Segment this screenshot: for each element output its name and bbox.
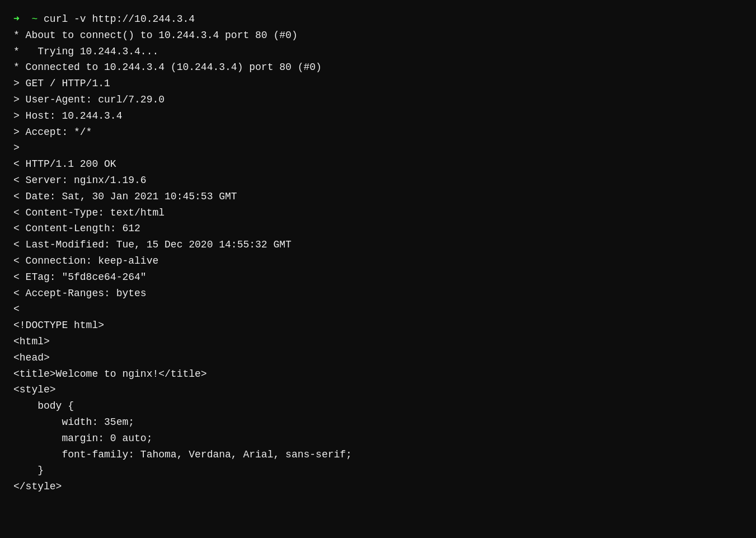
terminal-line: } <box>13 462 743 479</box>
terminal-line: <head> <box>13 350 743 366</box>
terminal-line: < Connection: keep-alive <box>13 253 743 269</box>
terminal-window: ➜ ~ curl -v http://10.244.3.4* About to … <box>13 11 743 527</box>
terminal-line: < Content-Type: text/html <box>13 205 743 221</box>
terminal-line: < Content-Length: 612 <box>13 221 743 237</box>
terminal-line: <html> <box>13 334 743 350</box>
terminal-line: <style> <box>13 382 743 398</box>
terminal-line: </style> <box>13 479 743 495</box>
terminal-line: > GET / HTTP/1.1 <box>13 76 743 92</box>
terminal-line: <!DOCTYPE html> <box>13 317 743 334</box>
terminal-line: <title>Welcome to nginx!</title> <box>13 366 743 382</box>
terminal-line: < Accept-Ranges: bytes <box>13 286 743 302</box>
terminal-line: < ETag: "5fd8ce64-264" <box>13 269 743 286</box>
terminal-line: font-family: Tahoma, Verdana, Arial, san… <box>13 447 743 463</box>
terminal-line: > <box>13 140 743 156</box>
terminal-line: body { <box>13 398 743 414</box>
terminal-line: width: 35em; <box>13 414 743 431</box>
terminal-line: * Trying 10.244.3.4... <box>13 44 743 60</box>
terminal-line: margin: 0 auto; <box>13 431 743 447</box>
terminal-line: > Accept: */* <box>13 124 743 141</box>
terminal-line: * About to connect() to 10.244.3.4 port … <box>13 27 743 44</box>
terminal-line: < HTTP/1.1 200 OK <box>13 156 743 172</box>
terminal-line: > Host: 10.244.3.4 <box>13 108 743 124</box>
terminal-line: < <box>13 301 743 317</box>
terminal-line: < Last-Modified: Tue, 15 Dec 2020 14:55:… <box>13 237 743 253</box>
terminal-line: < Server: nginx/1.19.6 <box>13 172 743 189</box>
terminal-line: > User-Agent: curl/7.29.0 <box>13 92 743 108</box>
terminal-line: < Date: Sat, 30 Jan 2021 10:45:53 GMT <box>13 189 743 205</box>
terminal-line: ➜ ~ curl -v http://10.244.3.4 <box>13 11 743 27</box>
terminal-line: * Connected to 10.244.3.4 (10.244.3.4) p… <box>13 59 743 76</box>
